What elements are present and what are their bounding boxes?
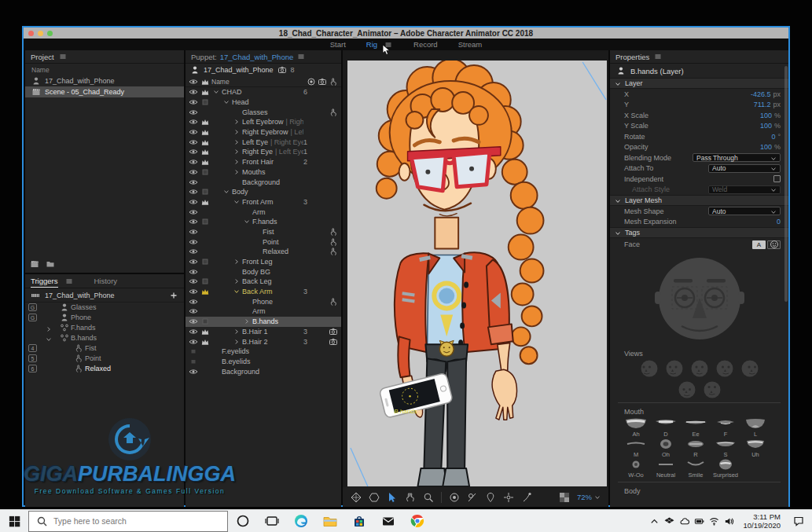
- mouth-tag-l[interactable]: L: [740, 417, 770, 438]
- eye-toggle[interactable]: [189, 207, 200, 217]
- eye-toggle[interactable]: [189, 97, 200, 107]
- eye-toggle[interactable]: [189, 287, 200, 296]
- chevron-right-icon[interactable]: [46, 325, 52, 332]
- tab-triggers[interactable]: Triggers: [31, 275, 58, 288]
- layer-row[interactable]: B.Hair 2 3: [186, 336, 341, 347]
- mouth-tag-smile[interactable]: Smile: [681, 458, 711, 479]
- edge-taskbar-button[interactable]: [286, 510, 315, 532]
- eye-toggle[interactable]: [189, 367, 200, 376]
- panel-menu-icon[interactable]: [653, 52, 663, 61]
- view-tag[interactable]: [715, 359, 734, 378]
- mouth-tag-d[interactable]: D: [651, 417, 681, 438]
- layer-row[interactable]: F.eyelids: [186, 347, 341, 357]
- face-tag-diagram[interactable]: [610, 251, 788, 348]
- zoom-level-select[interactable]: 72%: [577, 493, 601, 501]
- chrome-taskbar-button[interactable]: [402, 510, 432, 532]
- project-item[interactable]: 17_Chad_with_Phone: [25, 75, 184, 86]
- titlebar[interactable]: 18_Chad_Character_Animator – Adobe Chara…: [24, 28, 788, 39]
- add-trigger-button[interactable]: [169, 291, 178, 300]
- eye-toggle[interactable]: [189, 237, 200, 247]
- puppet-root-row[interactable]: 17_Chad_with_Phone 8: [186, 64, 341, 76]
- task-view-taskbar-button[interactable]: [257, 510, 286, 532]
- taskbar-clock[interactable]: 3:11 PM 10/19/2020: [737, 512, 785, 530]
- eye-toggle[interactable]: [189, 138, 200, 147]
- face-auto-button[interactable]: A: [752, 240, 766, 249]
- battery-tray-button[interactable]: [692, 510, 707, 532]
- mouth-tag-w-oo[interactable]: W-Oo: [621, 458, 651, 479]
- action-center-button[interactable]: [785, 510, 812, 532]
- eye-toggle[interactable]: [189, 108, 200, 117]
- layer-row[interactable]: Front Arm 3: [186, 197, 341, 207]
- record-takes-tool[interactable]: [449, 492, 460, 503]
- section-layer[interactable]: Layer: [610, 78, 788, 89]
- eye-toggle[interactable]: [189, 357, 200, 366]
- scene-canvas[interactable]: B.hands: [347, 61, 607, 486]
- view-tag[interactable]: [740, 359, 759, 378]
- view-tag[interactable]: [665, 359, 684, 378]
- eye-toggle[interactable]: [189, 87, 200, 97]
- mouth-tag-m[interactable]: M: [621, 438, 651, 458]
- eye-toggle[interactable]: [189, 347, 200, 356]
- layer-row[interactable]: Relaxed: [186, 247, 341, 257]
- scrollbar[interactable]: [784, 66, 788, 302]
- trigger-item[interactable]: B.hands: [25, 333, 184, 343]
- layer-row[interactable]: Mouths: [186, 167, 341, 178]
- dropbox-tray-button[interactable]: [662, 510, 677, 532]
- chevron-up-tray-button[interactable]: [647, 510, 662, 532]
- eye-icon[interactable]: [189, 77, 200, 86]
- layer-row[interactable]: Body BG: [186, 266, 341, 277]
- eye-toggle[interactable]: [189, 327, 200, 336]
- eye-toggle[interactable]: [189, 247, 200, 256]
- trigger-item[interactable]: F.hands: [25, 323, 184, 333]
- layer-row[interactable]: Point: [186, 237, 341, 247]
- file-explorer-taskbar-button[interactable]: [315, 510, 344, 532]
- mesh-shape-select[interactable]: Auto: [708, 207, 781, 215]
- trigger-item[interactable]: 5Point: [25, 354, 184, 364]
- layer-row[interactable]: Right Eye| Left Eye 1: [186, 147, 341, 157]
- layer-row[interactable]: Front Leg: [186, 257, 341, 267]
- layer-row[interactable]: CHAD 6: [186, 87, 341, 97]
- mouth-tag-ah[interactable]: Ah: [621, 417, 651, 438]
- eye-toggle[interactable]: [189, 317, 200, 326]
- cortana-taskbar-button[interactable]: [228, 510, 257, 532]
- prop-value[interactable]: 711.2: [754, 101, 771, 108]
- mesh-tool[interactable]: [351, 492, 362, 503]
- mouth-tag-f[interactable]: F: [711, 417, 740, 438]
- layer-row[interactable]: B.hands: [186, 317, 341, 327]
- layer-row[interactable]: Phone: [186, 296, 341, 306]
- hand-tool[interactable]: [405, 492, 416, 503]
- eye-toggle[interactable]: [189, 267, 200, 277]
- tab-rig[interactable]: Rig: [366, 40, 377, 49]
- eye-toggle[interactable]: [189, 306, 200, 316]
- transform-tool[interactable]: [503, 492, 514, 503]
- tab-record[interactable]: Record: [413, 40, 438, 49]
- layer-row[interactable]: Fist: [186, 227, 341, 237]
- trigger-item[interactable]: 6Relaxed: [25, 364, 184, 374]
- prop-value[interactable]: 100: [760, 122, 772, 130]
- section-layer-mesh[interactable]: Layer Mesh: [610, 195, 788, 206]
- mail-taskbar-button[interactable]: [373, 510, 402, 532]
- tab-stream[interactable]: Stream: [458, 40, 483, 49]
- eye-toggle[interactable]: [189, 178, 200, 187]
- chevron-down-icon[interactable]: [46, 335, 52, 343]
- trigger-item[interactable]: GPhone: [25, 313, 184, 323]
- trigger-item[interactable]: GGlasses: [25, 303, 184, 313]
- layer-row[interactable]: Right Eyebrow| Lef...: [186, 127, 341, 138]
- mouth-tag-neutral[interactable]: Neutral: [651, 458, 681, 479]
- layer-row[interactable]: Arm: [186, 306, 341, 317]
- prop-value[interactable]: -426.5: [751, 90, 771, 98]
- mesh-expansion-value[interactable]: 0: [777, 218, 781, 226]
- new-scene-icon[interactable]: [30, 256, 39, 270]
- section-tags[interactable]: Tags: [610, 227, 788, 238]
- layer-row[interactable]: Front Hair 2: [186, 157, 341, 167]
- view-tag[interactable]: [640, 359, 659, 378]
- mouth-tag-ee[interactable]: Ee: [681, 417, 711, 438]
- eye-toggle[interactable]: [189, 117, 200, 127]
- layer-row[interactable]: Head: [186, 97, 341, 108]
- eye-toggle[interactable]: [189, 297, 200, 306]
- prop-value[interactable]: 0: [771, 133, 775, 141]
- panel-menu-icon[interactable]: [64, 276, 74, 285]
- eye-toggle[interactable]: [189, 197, 200, 207]
- panel-menu-icon[interactable]: [58, 52, 68, 61]
- mouth-tag-r[interactable]: R: [681, 438, 711, 458]
